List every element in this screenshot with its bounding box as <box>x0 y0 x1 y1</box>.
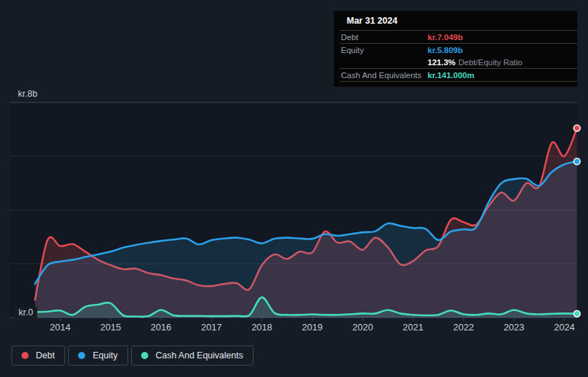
cash-legend-dot-icon <box>141 352 148 359</box>
legend-item-cash[interactable]: Cash And Equivalents <box>131 345 254 366</box>
cash-end-marker <box>574 310 580 317</box>
x-tick-label: 2017 <box>201 322 222 333</box>
equity-end-marker <box>574 158 580 165</box>
x-tick-label: 2014 <box>50 322 71 333</box>
x-tick-label: 2016 <box>150 322 171 333</box>
x-tick-label: 2024 <box>554 322 575 333</box>
debt-legend-dot-icon <box>21 352 29 359</box>
x-tick-label: 2023 <box>503 322 524 333</box>
tooltip-cash-value: kr.141.000m <box>428 71 474 80</box>
legend-item-equity[interactable]: Equity <box>68 345 128 366</box>
chart-tooltip: Mar 31 2024 Debt kr.7.049b Equity kr.5.8… <box>334 11 577 87</box>
y-axis-label-max: kr.8b <box>18 89 37 99</box>
tooltip-debt-value: kr.7.049b <box>428 33 463 42</box>
x-tick-label: 2019 <box>302 322 323 333</box>
legend-item-label: Cash And Equivalents <box>155 350 243 361</box>
tooltip-date: Mar 31 2024 <box>334 11 577 30</box>
tooltip-debt-row: Debt kr.7.049b <box>334 31 577 43</box>
equity-legend-dot-icon <box>78 352 85 359</box>
y-axis-label-zero: kr.0 <box>14 307 37 319</box>
legend-item-debt[interactable]: Debt <box>11 345 65 366</box>
x-tick-label: 2020 <box>352 322 373 333</box>
tooltip-ratio-value: 121.3% <box>428 58 456 67</box>
tooltip-equity-value: kr.5.809b <box>428 46 463 54</box>
tooltip-cash-label: Cash And Equivalents <box>341 71 428 80</box>
x-tick-label: 2015 <box>100 322 121 333</box>
legend-item-label: Debt <box>36 350 54 361</box>
x-tick-label: 2018 <box>251 322 272 333</box>
debt-end-marker <box>574 125 580 131</box>
tooltip-cash-row: Cash And Equivalents kr.141.000m <box>334 69 577 81</box>
tooltip-ratio-row: 121.3%Debt/Equity Ratio <box>334 56 577 68</box>
x-tick-label: 2022 <box>453 322 474 333</box>
x-tick-label: 2021 <box>403 322 423 333</box>
tooltip-debt-label: Debt <box>341 33 428 42</box>
tooltip-equity-row: Equity kr.5.809b <box>334 44 577 56</box>
debt-equity-chart-page: 2014201520162017201820192020202120222023… <box>0 0 588 377</box>
tooltip-ratio-label: Debt/Equity Ratio <box>458 58 523 67</box>
chart-legend: Debt Equity Cash And Equivalents <box>11 345 254 366</box>
legend-item-label: Equity <box>92 350 117 361</box>
tooltip-divider <box>339 81 577 82</box>
tooltip-equity-label: Equity <box>341 46 428 54</box>
